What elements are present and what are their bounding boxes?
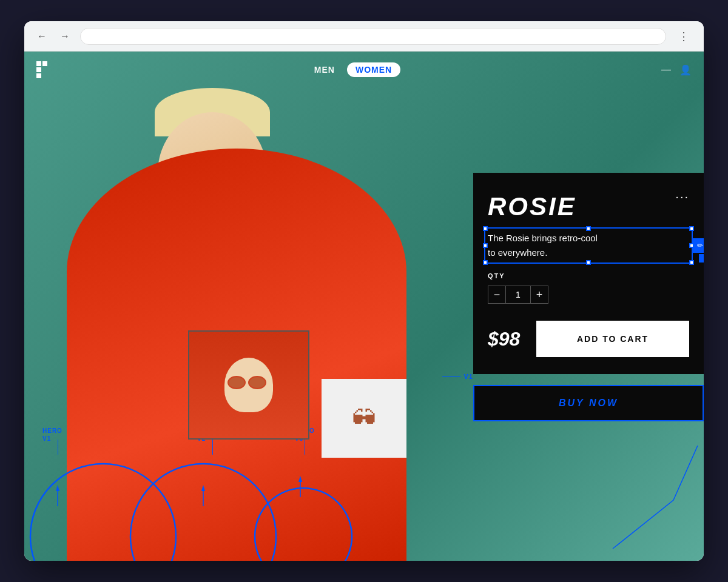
handle-bm[interactable] — [586, 260, 591, 265]
logo-dot — [49, 67, 53, 72]
qty-value: 1 — [506, 286, 530, 304]
nav-men[interactable]: MEN — [314, 65, 335, 75]
thumb-glasses — [228, 376, 270, 391]
logo-dot — [36, 67, 41, 72]
logo-dot — [49, 73, 53, 78]
logo-dot — [42, 73, 47, 78]
minus-icon[interactable]: — — [661, 64, 671, 75]
user-icon[interactable]: 👤 — [679, 64, 692, 76]
browser-content: MEN WOMEN — 👤 ... ROSIE — [24, 52, 704, 561]
buy-row: $98 ADD TO CART — [488, 321, 689, 357]
v1-label: V1 — [442, 373, 473, 380]
thumb-glass-right — [248, 376, 266, 389]
browser-window: ← → ⋮ — [24, 21, 704, 561]
hero-v3-line — [305, 440, 305, 455]
buy-now-section: BUY NOW V2 — [473, 385, 704, 421]
handle-tr[interactable] — [689, 226, 694, 231]
thumbnail-glasses[interactable]: 🕶 — [322, 379, 406, 458]
handle-tl[interactable] — [483, 226, 488, 231]
back-button[interactable]: ← — [34, 28, 50, 44]
site-logo[interactable] — [36, 61, 53, 78]
forward-button[interactable]: → — [57, 28, 73, 44]
hero-v1-label: HEROV1 — [42, 427, 62, 443]
thumbnail-person[interactable] — [188, 330, 309, 440]
handle-ml[interactable] — [483, 243, 488, 248]
nav-icons: — 👤 — [661, 64, 692, 76]
logo-dot — [42, 61, 47, 66]
hero-person-image — [24, 52, 461, 561]
hero-v1-line — [58, 440, 58, 455]
logo-dot — [36, 61, 41, 66]
nav-links: MEN WOMEN — [314, 62, 400, 77]
thumb2-content: 🕶 — [322, 379, 406, 458]
product-title: ROSIE — [488, 192, 689, 221]
product-price: $98 — [488, 328, 536, 350]
glasses-product-icon: 🕶 — [352, 405, 376, 432]
nav-women[interactable]: WOMEN — [347, 62, 400, 77]
logo-dot — [36, 73, 41, 78]
thumb-person-image — [189, 332, 308, 438]
browser-menu[interactable]: ⋮ — [673, 27, 694, 45]
handle-bl[interactable] — [483, 260, 488, 265]
more-options-button[interactable]: ... — [675, 187, 689, 201]
add-to-cart-button[interactable]: ADD TO CART — [536, 321, 689, 357]
qty-minus-button[interactable]: − — [488, 286, 506, 304]
handle-tm[interactable] — [586, 226, 591, 231]
product-description-wrapper: ✏ The Rosie brings retro-coolto everywhe… — [488, 231, 689, 260]
qty-plus-button[interactable]: + — [530, 286, 548, 304]
product-panel: ... ROSIE ✏ The Rosie brings retro-coolt… — [473, 173, 704, 374]
edit-icon[interactable]: ✏ — [693, 238, 704, 253]
site-navigation: MEN WOMEN — 👤 — [24, 52, 704, 88]
resize-icon[interactable] — [699, 254, 704, 263]
buy-now-button[interactable]: BUY NOW — [473, 385, 704, 421]
hero-v2-line — [212, 440, 213, 455]
thumb-glass-left — [228, 376, 246, 389]
thumb-face — [224, 358, 273, 412]
logo-dot — [42, 67, 47, 72]
handle-br[interactable] — [689, 260, 694, 265]
logo-grid — [36, 61, 53, 78]
qty-control: − 1 + — [488, 286, 689, 304]
address-bar[interactable] — [80, 28, 666, 45]
browser-chrome: ← → ⋮ — [24, 21, 704, 52]
product-description: The Rosie brings retro-coolto everywhere… — [488, 231, 689, 260]
qty-label: QTY — [488, 272, 689, 279]
logo-dot — [49, 61, 53, 66]
